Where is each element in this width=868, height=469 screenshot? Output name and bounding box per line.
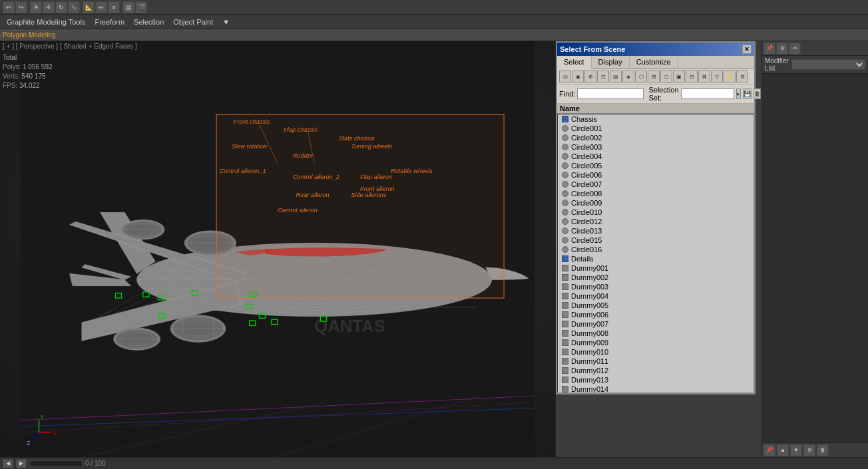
undo-btn[interactable]: ↩ [3,1,15,13]
menu-graphite[interactable]: Graphite Modeling Tools [3,17,89,27]
selset-btn-1[interactable]: ▸ [736,88,741,99]
list-item[interactable]: Dummy009 [558,338,754,347]
dlg-btn-3[interactable]: ⊕ [584,71,596,82]
list-item[interactable]: Circle003 [558,142,754,152]
list-item[interactable]: Dummy001 [558,263,754,273]
redo-btn[interactable]: ↪ [15,1,27,13]
dlg-btn-11[interactable]: ⊟ [686,71,698,82]
dlg-btn-12[interactable]: ⊠ [698,71,710,82]
sidebar-toolbar: 📌 ⚙ ⇔ [762,41,868,56]
list-item[interactable]: Details [558,254,754,263]
list-item[interactable]: Chassis [558,114,754,124]
dialog-list[interactable]: ChassisCircle001Circle002Circle003Circle… [557,114,754,393]
selset-btn-2[interactable]: 💾 [743,88,752,99]
list-item[interactable]: Circle002 [558,133,754,142]
tab-customize[interactable]: Customize [630,56,678,69]
list-item[interactable]: Dummy013 [558,375,754,385]
sidebar-delete-btn[interactable]: 🗑 [817,444,829,456]
list-item-label: Dummy008 [571,329,608,337]
move-btn[interactable]: ✛ [43,1,55,13]
list-item[interactable]: Circle005 [558,161,754,170]
list-item-label: Circle003 [571,143,602,151]
dlg-btn-7[interactable]: ⬡ [635,71,647,82]
bottom-bar: ◀ ▶ 0 / 100 [0,457,868,469]
prev-frame-btn[interactable]: ◀ [3,459,13,468]
sidebar-settings-btn[interactable]: ⚙ [803,444,815,456]
list-item[interactable]: Circle004 [558,152,754,161]
list-item[interactable]: Dummy012 [558,366,754,375]
menu-mode-indicator[interactable]: ▼ [218,17,234,27]
list-item[interactable]: Circle012 [558,217,754,226]
tab-select[interactable]: Select [557,56,592,69]
mirror-btn[interactable]: ⇔ [95,1,107,13]
dlg-btn-9[interactable]: ◻ [660,71,672,82]
menu-object-paint[interactable]: Object Paint [169,17,217,27]
list-item[interactable]: Circle007 [558,180,754,189]
right-panel: Select From Scene ✕ Select Display Custo… [555,41,761,457]
svg-text:Side ailerons: Side ailerons [351,192,387,198]
list-item[interactable]: Circle009 [558,198,754,208]
rotate-btn[interactable]: ↻ [55,1,67,13]
list-item[interactable]: Dummy010 [558,347,754,357]
list-item-icon [560,142,570,152]
list-item-label: Circle015 [571,236,602,244]
selset-input[interactable] [681,88,734,99]
sidebar-down-btn[interactable]: ▼ [790,444,802,456]
scale-btn[interactable]: ⤡ [68,1,80,13]
viewport-3d[interactable]: [ + ] [ Perspective ] [ Shaded + Edged F… [0,41,555,457]
render-btn[interactable]: 🎬 [135,1,147,13]
align-btn[interactable]: ≡ [108,1,120,13]
list-item[interactable]: Dummy014 [558,385,754,393]
find-input[interactable] [577,88,644,99]
dialog-titlebar[interactable]: Select From Scene ✕ [557,43,754,56]
list-item-icon [560,217,570,226]
dlg-btn-1[interactable]: ◎ [559,71,571,82]
next-frame-btn[interactable]: ▶ [16,459,27,468]
dlg-btn-14[interactable]: ⚡ [724,71,736,82]
sidebar-up-btn[interactable]: ▲ [777,444,789,456]
tab-display[interactable]: Display [592,56,630,69]
modifier-dropdown[interactable] [791,59,865,70]
list-item[interactable]: Dummy002 [558,273,754,282]
layer-btn[interactable]: ▤ [122,1,134,13]
timeline-bar[interactable] [29,460,83,467]
list-item[interactable]: Dummy011 [558,357,754,366]
dlg-btn-6[interactable]: ◈ [622,71,634,82]
snap-btn[interactable]: 📐 [83,1,95,13]
dialog-close-button[interactable]: ✕ [742,45,752,54]
list-item[interactable]: Dummy006 [558,310,754,319]
list-item-icon [560,366,570,375]
sidebar-btn-pin[interactable]: 📌 [763,43,775,55]
list-item-label: Dummy014 [571,385,608,393]
dlg-btn-8[interactable]: ⊞ [648,71,660,82]
list-item[interactable]: Dummy003 [558,282,754,291]
sidebar-pin-btn[interactable]: 📌 [763,444,775,456]
select-btn[interactable]: 🖱 [30,1,42,13]
list-item[interactable]: Circle016 [558,245,754,254]
list-item[interactable]: Circle015 [558,235,754,245]
dlg-btn-10[interactable]: ▣ [673,71,685,82]
list-item[interactable]: Dummy007 [558,319,754,329]
list-item[interactable]: Circle006 [558,170,754,180]
list-item[interactable]: Circle008 [558,189,754,198]
list-item[interactable]: Circle001 [558,124,754,133]
list-item[interactable]: Dummy005 [558,301,754,310]
sidebar-btn-expand[interactable]: ⇔ [789,43,801,55]
svg-text:QANTAS: QANTAS [314,317,385,335]
dlg-btn-4[interactable]: ⊡ [597,71,609,82]
selset-btn-3[interactable]: 🗑 [754,88,761,99]
list-item[interactable]: Circle010 [558,208,754,217]
dlg-filter[interactable]: ▽ [711,71,723,82]
list-item[interactable]: Dummy004 [558,291,754,301]
svg-text:Flap aileron: Flap aileron [360,174,392,180]
list-item[interactable]: Dummy008 [558,329,754,338]
viewport-header: [ + ] [ Perspective ] [ Shaded + Edged F… [3,43,137,50]
svg-text:Rotable wheels: Rotable wheels [391,168,433,174]
dlg-btn-5[interactable]: ▤ [610,71,622,82]
list-item[interactable]: Circle013 [558,226,754,235]
menu-selection[interactable]: Selection [130,17,168,27]
dlg-btn-2[interactable]: ◉ [572,71,584,82]
menu-freeform[interactable]: Freeform [91,17,128,27]
dlg-btn-15[interactable]: ⚙ [736,71,748,82]
sidebar-btn-gear[interactable]: ⚙ [776,43,788,55]
